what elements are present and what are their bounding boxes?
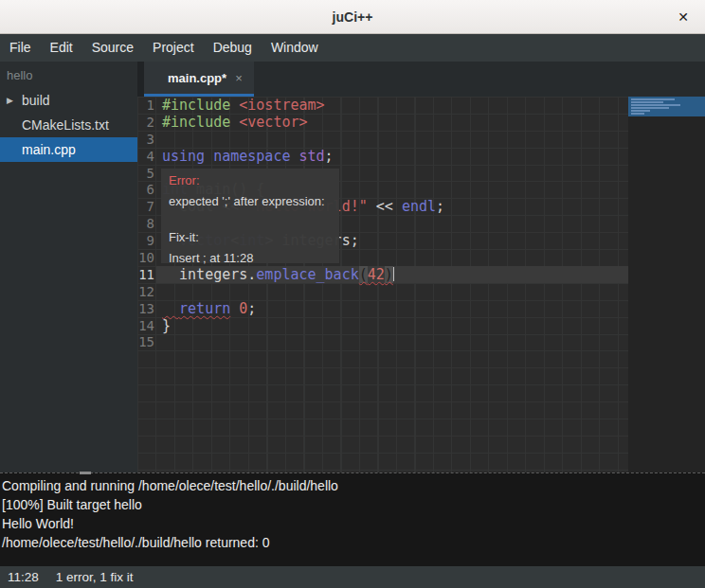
line-number: 7 — [137, 199, 154, 214]
code-line-13: 13 return 0; — [137, 300, 705, 317]
code-text: integers.emplace_back(42) — [162, 266, 394, 283]
project-name: hello — [0, 62, 137, 88]
token-def: integers. — [162, 266, 256, 283]
code-text: #include <vector> — [162, 114, 308, 131]
text-cursor — [393, 267, 394, 281]
fixit-label: Fix-it: — [169, 230, 332, 244]
token-str: <iostream> — [239, 97, 324, 114]
file-tree-panel[interactable]: hello ▶buildCMakeLists.txtmain.cpp — [0, 62, 137, 472]
minimap-code-line — [631, 107, 669, 109]
token-brk: ( — [359, 266, 368, 283]
statusbar: 11:28 1 error, 1 fix it — [0, 566, 705, 588]
error-label: Error: — [169, 173, 332, 187]
sidebar-item-cmakelists-txt[interactable]: CMakeLists.txt — [0, 113, 137, 137]
token-kw: endl — [402, 198, 436, 215]
code-line-15: 15 — [137, 333, 705, 350]
file-name: build — [22, 93, 50, 108]
line-number: 4 — [137, 149, 154, 164]
code-editor[interactable]: 1#include <iostream>2#include <vector>34… — [137, 97, 705, 472]
token-def — [162, 300, 179, 317]
minimap-viewport[interactable] — [628, 97, 705, 116]
menu-window[interactable]: Window — [262, 34, 328, 62]
terminal-output-line: [100%] Built target hello — [2, 495, 705, 514]
token-kw: using — [162, 148, 205, 165]
cursor-position: 11:28 — [8, 570, 39, 584]
token-def — [205, 148, 213, 165]
code-line-2: 2#include <vector> — [137, 114, 705, 131]
code-line-4: 4using namespace std; — [137, 148, 705, 165]
tab-close-icon[interactable]: × — [235, 71, 243, 85]
code-text: } — [162, 317, 171, 334]
minimap-code-line — [631, 98, 675, 100]
main-content: hello ▶buildCMakeLists.txtmain.cpp main.… — [0, 62, 705, 472]
token-pp: #include — [162, 114, 230, 131]
sidebar-item-main-cpp[interactable]: main.cpp — [0, 137, 137, 162]
token-def — [230, 300, 239, 317]
terminal-output-line: Compiling and running /home/olece/test/h… — [2, 476, 705, 495]
line-number: 15 — [137, 334, 154, 349]
line-number: 2 — [137, 115, 154, 130]
terminal-output-line: Hello World! — [2, 514, 705, 533]
code-text: return 0; — [162, 300, 256, 317]
line-number: 12 — [137, 284, 154, 299]
token-def — [230, 97, 239, 114]
minimap-code-line — [631, 113, 644, 115]
minimap-code-line — [631, 104, 680, 106]
token-kw: return — [179, 300, 230, 317]
line-number: 1 — [137, 98, 154, 113]
minimap-code-line — [631, 101, 663, 103]
line-number: 13 — [137, 301, 154, 316]
tab-main-cpp-[interactable]: main.cpp*× — [144, 62, 254, 97]
build-output-panel[interactable]: Compiling and running /home/olece/test/h… — [0, 472, 705, 566]
token-def: ; — [247, 300, 256, 317]
tab-label: main.cpp* — [168, 71, 226, 85]
token-num: 42 — [368, 266, 385, 283]
code-text: #include <iostream> — [162, 97, 325, 114]
line-number: 9 — [137, 233, 154, 248]
menu-edit[interactable]: Edit — [41, 34, 82, 62]
line-number: 10 — [137, 250, 154, 265]
code-line-12: 12 — [137, 283, 705, 300]
menu-project[interactable]: Project — [143, 34, 204, 62]
minimap[interactable] — [628, 97, 705, 472]
code-line-14: 14} — [137, 317, 705, 334]
splitter-handle[interactable] — [80, 472, 91, 474]
token-def — [230, 114, 239, 131]
expander-icon[interactable]: ▶ — [7, 96, 22, 105]
sidebar-item-build[interactable]: ▶build — [0, 88, 137, 113]
line-number: 6 — [137, 182, 154, 197]
line-number: 14 — [137, 318, 154, 333]
code-line-11: 11 integers.emplace_back(42) — [137, 266, 705, 283]
token-brk: ) — [385, 266, 393, 283]
code-line-3: 3 — [137, 131, 705, 148]
line-number: 3 — [137, 132, 154, 147]
token-def — [290, 148, 298, 165]
terminal-output-line: /home/olece/test/hello/./build/hello ret… — [2, 533, 705, 552]
titlebar[interactable]: juCi++ ✕ — [0, 0, 705, 34]
line-number: 5 — [137, 166, 154, 181]
token-def: } — [162, 317, 171, 334]
menu-debug[interactable]: Debug — [204, 34, 262, 62]
token-pp: #include — [162, 97, 230, 114]
line-number: 11 — [137, 267, 154, 282]
close-icon[interactable]: ✕ — [675, 9, 692, 26]
menu-file[interactable]: File — [0, 34, 41, 62]
error-message: expected ';' after expression: — [169, 194, 332, 208]
window-title: juCi++ — [333, 9, 373, 25]
diagnostic-tooltip: Error: expected ';' after expression: Fi… — [161, 169, 339, 263]
line-number: 8 — [137, 216, 154, 231]
token-def: ; — [325, 148, 334, 165]
menu-source[interactable]: Source — [82, 34, 143, 62]
token-def: ; — [436, 198, 444, 215]
code-line-1: 1#include <iostream> — [137, 97, 705, 114]
file-name: CMakeLists.txt — [22, 117, 109, 133]
minimap-code-line — [631, 110, 650, 112]
token-ns: std — [299, 148, 325, 165]
editor-pane: main.cpp*× 1#include <iostream>2#include… — [137, 62, 705, 472]
menubar: FileEditSourceProjectDebugWindow — [0, 34, 705, 62]
app-window: juCi++ ✕ FileEditSourceProjectDebugWindo… — [0, 0, 705, 588]
token-kw: emplace_back — [256, 266, 358, 283]
fixit-message: Insert ; at 11:28 — [169, 251, 332, 265]
code-text: using namespace std; — [162, 148, 334, 165]
token-def: << — [368, 198, 402, 215]
